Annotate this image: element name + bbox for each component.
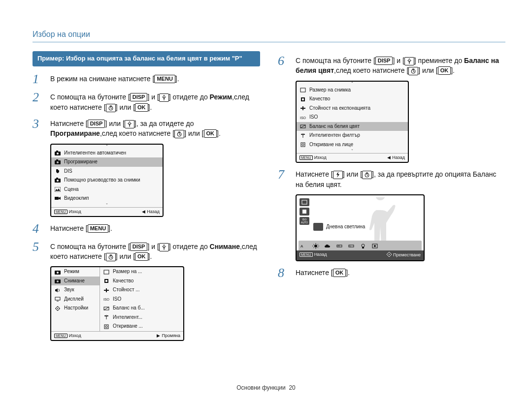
menu-right-label: Баланс на б... [113, 305, 145, 312]
menu-left-label: Звук [64, 286, 74, 294]
menu-right-item[interactable]: Баланс на б... [100, 304, 183, 313]
hand-icon [54, 168, 61, 174]
panel-back[interactable]: ◀Назад [387, 154, 405, 161]
menu-right-item[interactable]: Стойност ... [100, 285, 183, 295]
menu-left-item[interactable]: Настройки [51, 304, 100, 313]
mode-item[interactable]: Интелигентен автоматичен [51, 149, 163, 158]
size-icon [299, 87, 306, 93]
step-8-text: Натиснете [OK]. [296, 266, 505, 279]
menu-right-item[interactable]: Интелигент... [100, 313, 183, 322]
scene-icon [54, 186, 61, 192]
shoot-item-label: Откриване на лице [309, 141, 353, 149]
mode-item[interactable]: Видеоклип [51, 194, 163, 203]
macro-icon [404, 57, 414, 65]
wb-options[interactable]: A H L [299, 241, 422, 251]
shoot-item[interactable]: Откриване на лице [297, 140, 408, 150]
wb-selected-chip [313, 223, 323, 231]
wb-side-chip [299, 198, 309, 206]
svg-rect-41 [301, 143, 305, 147]
menu-right-label: ISO [113, 296, 121, 303]
menu-left-item[interactable]: Дисплей [51, 295, 100, 304]
menu-left-item[interactable]: Режим [51, 267, 100, 277]
shoot-item-label: Интелигентен филтър [309, 132, 360, 139]
menu-right-item[interactable]: Откриване ... [100, 322, 183, 331]
timer-icon [408, 67, 418, 75]
svg-rect-44 [302, 200, 307, 204]
menu-right-label: Откриване ... [113, 323, 143, 330]
step-number-5: 5 [33, 240, 44, 262]
right-column: 6 С помощта на бутоните [DISP] и [] прем… [278, 51, 505, 346]
exposure-icon [103, 287, 110, 293]
macro-icon [159, 243, 169, 251]
camera-icon [54, 269, 61, 275]
menu-left-item-selected[interactable]: Снимане [51, 277, 100, 286]
ok-button-label: OK [204, 129, 217, 138]
step-number-3: 3 [33, 117, 44, 139]
shoot-item-label: Размер на снимка [309, 87, 351, 94]
shoot-item[interactable]: ISOISO [297, 113, 408, 122]
menu-right-label: Стойност ... [113, 286, 140, 294]
step-number-2: 2 [33, 91, 44, 112]
mode-item-selected[interactable]: Програмиране [51, 157, 163, 167]
wb-opt-fluorescent-l-icon[interactable]: L [347, 242, 356, 250]
timer-icon [106, 104, 116, 112]
wb-opt-fluorescent-h-icon[interactable]: H [335, 242, 344, 250]
ok-button-label: OK [438, 66, 451, 75]
svg-text:A: A [300, 244, 303, 248]
step-3-text: Натиснете [DISP] или [], за да отидете д… [50, 117, 260, 139]
wb-opt-daylight-icon[interactable] [311, 242, 320, 250]
wb-opt-cloudy-icon[interactable] [323, 242, 332, 250]
disp-button-label: DISP [130, 93, 148, 101]
quality-icon [103, 278, 110, 284]
menu-left-label: Дисплей [64, 296, 84, 303]
shoot-item-label: ISO [309, 114, 318, 121]
camera-icon [54, 159, 61, 165]
scroll-down-icon: ˇ [297, 149, 408, 153]
svg-line-54 [318, 244, 318, 245]
panel-change[interactable]: ▶Промяна [157, 333, 180, 339]
step-number-8: 8 [278, 266, 290, 279]
shoot-item[interactable]: Стойност на експонацията [297, 104, 408, 113]
mode-item[interactable]: Помощно ръководство за снимки [51, 176, 163, 185]
menu-right-item[interactable]: Размер на ... [100, 267, 183, 277]
shoot-item[interactable]: Интелигентен филтър [297, 131, 408, 140]
svg-rect-6 [56, 159, 58, 161]
wb-opt-tungsten-icon[interactable] [359, 242, 367, 250]
mode-item[interactable]: Сцена [51, 185, 163, 194]
flash-icon [333, 171, 343, 179]
menu-left-label: Режим [64, 268, 79, 276]
shoot-item-selected[interactable]: Баланс на белия цвят [297, 122, 408, 131]
wb-side-chip [299, 208, 309, 216]
panel-move[interactable]: Преместване [386, 251, 421, 259]
menu-right-item[interactable]: Качество [100, 277, 183, 286]
shoot-item[interactable]: Качество [297, 94, 408, 104]
wb-icon [103, 306, 110, 311]
panel-exit[interactable]: MENUИзход [54, 209, 81, 215]
svg-point-7 [57, 161, 59, 163]
svg-text:L: L [350, 245, 351, 247]
step-number-7: 7 [278, 168, 290, 189]
svg-rect-33 [302, 98, 304, 100]
panel-back[interactable]: MENUНазад [299, 251, 327, 259]
wb-opt-auto-icon[interactable]: A [299, 242, 308, 250]
panel-back[interactable]: ◀Назад [142, 209, 160, 215]
svg-point-10 [57, 180, 59, 182]
wb-opt-custom-icon[interactable] [370, 242, 379, 250]
svg-rect-9 [56, 178, 58, 179]
monitor-icon [54, 296, 61, 302]
svg-point-63 [374, 245, 376, 247]
mode-item[interactable]: DIS [51, 167, 163, 176]
menu-left-item[interactable]: Звук [51, 285, 100, 295]
shoot-item[interactable]: Размер на снимка [297, 86, 408, 95]
svg-rect-31 [300, 88, 305, 92]
panel-exit[interactable]: MENUИзход [299, 154, 327, 161]
exposure-icon [299, 105, 306, 111]
mode-item-label: Програмиране [64, 158, 98, 166]
filter-icon [103, 314, 110, 320]
gear-icon [54, 306, 61, 311]
scroll-up-icon: ˆ [51, 145, 163, 149]
menu-right-item[interactable]: ISOISO [100, 295, 183, 304]
menu-right-label: Интелигент... [113, 314, 142, 321]
wb-icon [299, 123, 306, 129]
panel-exit[interactable]: MENUИзход [54, 333, 81, 339]
